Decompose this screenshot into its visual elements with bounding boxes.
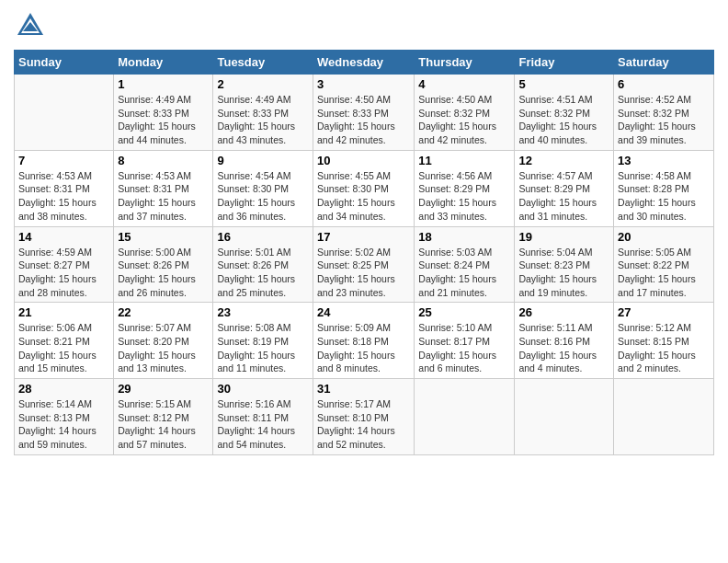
week-row-4: 28Sunrise: 5:14 AM Sunset: 8:13 PM Dayli… (15, 379, 714, 455)
day-info: Sunrise: 5:12 AM Sunset: 8:15 PM Dayligh… (618, 321, 710, 375)
day-number: 1 (118, 77, 209, 91)
day-info: Sunrise: 4:50 AM Sunset: 8:33 PM Dayligh… (317, 93, 410, 147)
calendar-cell: 19Sunrise: 5:04 AM Sunset: 8:23 PM Dayli… (515, 226, 614, 303)
calendar-cell: 28Sunrise: 5:14 AM Sunset: 8:13 PM Dayli… (15, 379, 114, 455)
day-number: 15 (118, 230, 209, 244)
day-info: Sunrise: 5:15 AM Sunset: 8:12 PM Dayligh… (118, 397, 209, 452)
calendar-cell (614, 379, 714, 455)
calendar-cell: 27Sunrise: 5:12 AM Sunset: 8:15 PM Dayli… (614, 303, 714, 379)
day-number: 30 (217, 382, 309, 396)
day-number: 29 (118, 382, 209, 396)
day-number: 23 (217, 305, 309, 319)
day-info: Sunrise: 5:04 AM Sunset: 8:23 PM Dayligh… (518, 246, 609, 300)
calendar-cell: 24Sunrise: 5:09 AM Sunset: 8:18 PM Dayli… (313, 303, 415, 379)
day-number: 24 (317, 305, 410, 319)
day-number: 26 (518, 305, 609, 319)
calendar-cell: 2Sunrise: 4:49 AM Sunset: 8:33 PM Daylig… (213, 75, 313, 151)
day-number: 7 (18, 154, 109, 167)
week-row-2: 14Sunrise: 4:59 AM Sunset: 8:27 PM Dayli… (15, 226, 714, 303)
day-info: Sunrise: 5:14 AM Sunset: 8:13 PM Dayligh… (18, 397, 109, 452)
day-number: 17 (317, 230, 410, 244)
header (14, 9, 714, 42)
day-number: 13 (618, 154, 710, 167)
day-info: Sunrise: 5:00 AM Sunset: 8:26 PM Dayligh… (118, 246, 209, 300)
calendar-cell: 13Sunrise: 4:58 AM Sunset: 8:28 PM Dayli… (614, 150, 714, 226)
day-info: Sunrise: 4:52 AM Sunset: 8:32 PM Dayligh… (618, 93, 710, 147)
col-header-saturday: Saturday (614, 51, 714, 75)
day-info: Sunrise: 4:55 AM Sunset: 8:30 PM Dayligh… (317, 169, 410, 224)
day-info: Sunrise: 5:06 AM Sunset: 8:21 PM Dayligh… (18, 321, 109, 375)
day-info: Sunrise: 4:53 AM Sunset: 8:31 PM Dayligh… (18, 169, 109, 224)
calendar-cell: 30Sunrise: 5:16 AM Sunset: 8:11 PM Dayli… (213, 379, 313, 455)
logo-icon (14, 9, 47, 42)
header-row: SundayMondayTuesdayWednesdayThursdayFrid… (15, 51, 714, 75)
calendar-cell: 1Sunrise: 4:49 AM Sunset: 8:33 PM Daylig… (114, 75, 213, 151)
calendar-cell: 7Sunrise: 4:53 AM Sunset: 8:31 PM Daylig… (15, 150, 114, 226)
day-number: 21 (18, 305, 109, 319)
day-info: Sunrise: 5:07 AM Sunset: 8:20 PM Dayligh… (118, 321, 209, 375)
day-info: Sunrise: 5:05 AM Sunset: 8:22 PM Dayligh… (618, 246, 710, 300)
calendar-cell: 26Sunrise: 5:11 AM Sunset: 8:16 PM Dayli… (515, 303, 614, 379)
calendar-cell: 17Sunrise: 5:02 AM Sunset: 8:25 PM Dayli… (313, 226, 415, 303)
calendar-cell: 23Sunrise: 5:08 AM Sunset: 8:19 PM Dayli… (213, 303, 313, 379)
day-info: Sunrise: 4:57 AM Sunset: 8:29 PM Dayligh… (518, 169, 609, 224)
day-info: Sunrise: 4:51 AM Sunset: 8:32 PM Dayligh… (518, 93, 609, 147)
calendar-cell: 8Sunrise: 4:53 AM Sunset: 8:31 PM Daylig… (114, 150, 213, 226)
week-row-3: 21Sunrise: 5:06 AM Sunset: 8:21 PM Dayli… (15, 303, 714, 379)
day-info: Sunrise: 5:09 AM Sunset: 8:18 PM Dayligh… (317, 321, 410, 375)
calendar-cell: 18Sunrise: 5:03 AM Sunset: 8:24 PM Dayli… (415, 226, 515, 303)
col-header-friday: Friday (515, 51, 614, 75)
calendar-cell (15, 75, 114, 151)
day-info: Sunrise: 5:11 AM Sunset: 8:16 PM Dayligh… (518, 321, 609, 375)
day-info: Sunrise: 4:53 AM Sunset: 8:31 PM Dayligh… (118, 169, 209, 224)
day-number: 14 (18, 230, 109, 244)
day-number: 2 (217, 77, 309, 91)
col-header-wednesday: Wednesday (313, 51, 415, 75)
day-info: Sunrise: 4:58 AM Sunset: 8:28 PM Dayligh… (618, 169, 710, 224)
day-number: 11 (418, 154, 510, 167)
day-info: Sunrise: 4:54 AM Sunset: 8:30 PM Dayligh… (217, 169, 309, 224)
day-number: 10 (317, 154, 410, 167)
calendar-cell: 10Sunrise: 4:55 AM Sunset: 8:30 PM Dayli… (313, 150, 415, 226)
calendar-table: SundayMondayTuesdayWednesdayThursdayFrid… (14, 50, 714, 455)
page: SundayMondayTuesdayWednesdayThursdayFrid… (0, 0, 728, 563)
col-header-monday: Monday (114, 51, 213, 75)
calendar-cell: 31Sunrise: 5:17 AM Sunset: 8:10 PM Dayli… (313, 379, 415, 455)
day-number: 3 (317, 77, 410, 91)
calendar-cell: 12Sunrise: 4:57 AM Sunset: 8:29 PM Dayli… (515, 150, 614, 226)
calendar-cell: 9Sunrise: 4:54 AM Sunset: 8:30 PM Daylig… (213, 150, 313, 226)
day-info: Sunrise: 4:49 AM Sunset: 8:33 PM Dayligh… (118, 93, 209, 147)
day-number: 28 (18, 382, 109, 396)
day-number: 27 (618, 305, 710, 319)
day-info: Sunrise: 5:01 AM Sunset: 8:26 PM Dayligh… (217, 246, 309, 300)
day-info: Sunrise: 4:49 AM Sunset: 8:33 PM Dayligh… (217, 93, 309, 147)
calendar-cell: 3Sunrise: 4:50 AM Sunset: 8:33 PM Daylig… (313, 75, 415, 151)
day-number: 19 (518, 230, 609, 244)
calendar-cell: 20Sunrise: 5:05 AM Sunset: 8:22 PM Dayli… (614, 226, 714, 303)
day-number: 20 (618, 230, 710, 244)
week-row-1: 7Sunrise: 4:53 AM Sunset: 8:31 PM Daylig… (15, 150, 714, 226)
day-info: Sunrise: 5:10 AM Sunset: 8:17 PM Dayligh… (418, 321, 510, 375)
col-header-tuesday: Tuesday (213, 51, 313, 75)
calendar-cell: 21Sunrise: 5:06 AM Sunset: 8:21 PM Dayli… (15, 303, 114, 379)
day-number: 9 (217, 154, 309, 167)
day-number: 5 (518, 77, 609, 91)
calendar-cell: 14Sunrise: 4:59 AM Sunset: 8:27 PM Dayli… (15, 226, 114, 303)
calendar-cell: 4Sunrise: 4:50 AM Sunset: 8:32 PM Daylig… (415, 75, 515, 151)
day-info: Sunrise: 5:08 AM Sunset: 8:19 PM Dayligh… (217, 321, 309, 375)
day-number: 8 (118, 154, 209, 167)
day-info: Sunrise: 5:03 AM Sunset: 8:24 PM Dayligh… (418, 246, 510, 300)
day-info: Sunrise: 5:16 AM Sunset: 8:11 PM Dayligh… (217, 397, 309, 452)
col-header-sunday: Sunday (15, 51, 114, 75)
calendar-cell: 11Sunrise: 4:56 AM Sunset: 8:29 PM Dayli… (415, 150, 515, 226)
day-number: 6 (618, 77, 710, 91)
logo (14, 9, 47, 42)
calendar-cell: 25Sunrise: 5:10 AM Sunset: 8:17 PM Dayli… (415, 303, 515, 379)
day-info: Sunrise: 4:59 AM Sunset: 8:27 PM Dayligh… (18, 246, 109, 300)
day-info: Sunrise: 4:56 AM Sunset: 8:29 PM Dayligh… (418, 169, 510, 224)
calendar-cell (515, 379, 614, 455)
calendar-cell: 16Sunrise: 5:01 AM Sunset: 8:26 PM Dayli… (213, 226, 313, 303)
calendar-cell: 15Sunrise: 5:00 AM Sunset: 8:26 PM Dayli… (114, 226, 213, 303)
calendar-cell: 22Sunrise: 5:07 AM Sunset: 8:20 PM Dayli… (114, 303, 213, 379)
day-number: 16 (217, 230, 309, 244)
